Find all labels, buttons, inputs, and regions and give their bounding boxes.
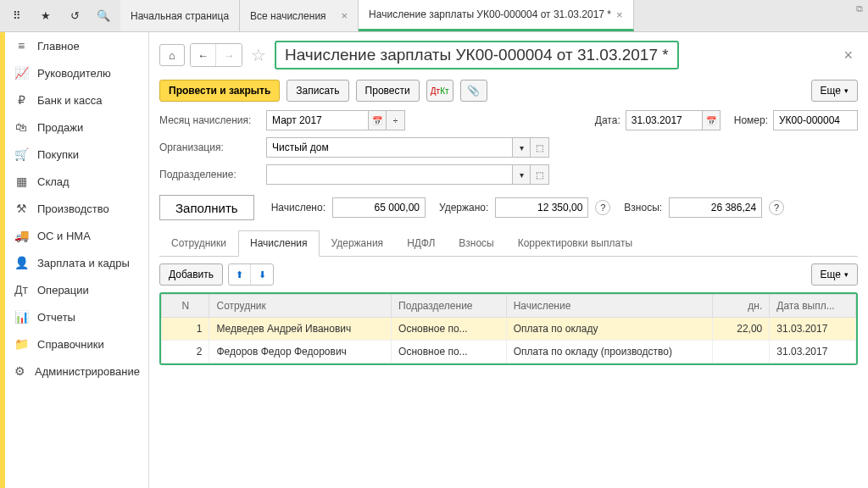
save-button[interactable]: Записать xyxy=(287,80,348,102)
attach-icon[interactable]: 📎 xyxy=(460,80,487,102)
date-label: Дата: xyxy=(595,114,620,126)
contrib-label: Взносы: xyxy=(624,202,662,214)
section-icon: Дт xyxy=(14,282,29,297)
col-days[interactable]: дн. xyxy=(712,295,770,318)
favorite-icon[interactable]: ☆ xyxy=(248,45,270,65)
sidebar-label: Руководителю xyxy=(37,67,111,80)
col-department[interactable]: Подразделение xyxy=(392,295,507,318)
section-icon: ▦ xyxy=(14,174,29,189)
number-input[interactable] xyxy=(773,110,858,130)
apps-icon[interactable]: ⠿ xyxy=(3,3,31,29)
tab-Удержания[interactable]: Удержания xyxy=(320,230,396,256)
dropdown-icon[interactable]: ▾ xyxy=(512,137,531,158)
dep-label: Подразделение: xyxy=(159,169,261,180)
star-icon[interactable]: ★ xyxy=(32,3,59,29)
section-icon: 📁 xyxy=(14,336,29,352)
sidebar-label: Склад xyxy=(37,175,70,188)
sidebar-item[interactable]: 📊Отчеты xyxy=(5,303,148,330)
sidebar-label: Операции xyxy=(37,284,89,297)
section-icon: 📊 xyxy=(14,309,29,324)
search-icon[interactable]: 🔍 xyxy=(90,3,117,29)
col-n[interactable]: N xyxy=(162,295,209,318)
dtkt-icon[interactable]: ДтКт xyxy=(426,80,453,102)
post-and-close-button[interactable]: Провести и закрыть xyxy=(159,80,280,102)
more-button[interactable]: Еще xyxy=(811,263,858,286)
help-icon[interactable]: ? xyxy=(769,200,784,215)
sidebar-item[interactable]: 📈Руководителю xyxy=(5,59,148,86)
org-input[interactable] xyxy=(266,137,512,158)
sidebar-label: Главное xyxy=(37,40,80,53)
section-icon: ⚙ xyxy=(14,363,26,379)
sidebar-label: Отчеты xyxy=(37,311,75,324)
dep-input[interactable] xyxy=(266,164,512,185)
accrued-input[interactable] xyxy=(332,197,426,218)
fill-button[interactable]: Заполнить xyxy=(159,195,254,220)
sidebar-label: Зарплата и кадры xyxy=(37,257,130,269)
sidebar-item[interactable]: ₽Банк и касса xyxy=(5,86,148,114)
tab-Взносы[interactable]: Взносы xyxy=(447,230,505,256)
accrued-label: Начислено: xyxy=(271,202,326,214)
section-icon: ≡ xyxy=(14,38,29,53)
tab-Сотрудники[interactable]: Сотрудники xyxy=(159,230,238,256)
more-button[interactable]: Еще xyxy=(811,80,858,102)
sidebar-label: Покупки xyxy=(37,148,79,161)
sidebar-item[interactable]: ДтОперации xyxy=(5,276,148,303)
move-down-icon[interactable]: ⬇ xyxy=(251,264,273,285)
post-button[interactable]: Провести xyxy=(356,80,420,102)
calendar-icon[interactable]: 📅 xyxy=(702,110,721,130)
sidebar-label: Производство xyxy=(37,202,109,215)
sidebar-item[interactable]: ▦Склад xyxy=(5,168,148,195)
sidebar-item[interactable]: 📁Справочники xyxy=(5,330,148,358)
section-icon: ₽ xyxy=(14,92,29,108)
month-label: Месяц начисления: xyxy=(159,114,261,126)
close-icon[interactable]: × xyxy=(342,9,348,22)
back-button[interactable]: ← xyxy=(191,44,216,66)
table-row[interactable]: 1Медведев Андрей ИвановичОсновное по...О… xyxy=(162,318,856,341)
section-icon: 🛒 xyxy=(14,147,29,162)
stepper-icon[interactable]: ÷ xyxy=(387,110,405,130)
org-label: Организация: xyxy=(159,141,261,153)
window-tab[interactable]: Начальная страница xyxy=(120,0,240,31)
dropdown-icon[interactable]: ▾ xyxy=(512,164,531,185)
sidebar-item[interactable]: 🛍Продажи xyxy=(5,114,148,141)
open-icon[interactable]: ⬚ xyxy=(531,137,549,158)
top-bar: ⠿ ★ ↺ 🔍 Начальная страницаВсе начисления… xyxy=(0,0,868,32)
calendar-icon[interactable]: 📅 xyxy=(368,110,387,130)
date-input[interactable] xyxy=(626,110,702,130)
sidebar-item[interactable]: ≡Главное xyxy=(5,32,148,59)
contrib-input[interactable] xyxy=(669,197,762,218)
main-panel: ⌂ ← → ☆ Начисление зарплаты УК00-000004 … xyxy=(149,32,868,488)
forward-button[interactable]: → xyxy=(216,44,242,66)
sidebar-item[interactable]: 🚚ОС и НМА xyxy=(5,222,148,249)
sidebar-item[interactable]: 🛒Покупки xyxy=(5,141,148,168)
move-up-icon[interactable]: ⬆ xyxy=(229,264,251,285)
col-date[interactable]: Дата выпл... xyxy=(770,295,856,318)
help-icon[interactable]: ? xyxy=(595,200,610,215)
window-tab[interactable]: Начисление зарплаты УК00-000004 от 31.03… xyxy=(359,0,634,31)
withheld-input[interactable] xyxy=(495,197,588,218)
sidebar: ≡Главное📈Руководителю₽Банк и касса🛍Прода… xyxy=(5,32,149,488)
tab-НДФЛ[interactable]: НДФЛ xyxy=(395,230,447,256)
month-input[interactable] xyxy=(266,110,368,130)
window-tab[interactable]: Все начисления× xyxy=(240,0,359,31)
sidebar-item[interactable]: ⚙Администрирование xyxy=(5,358,148,385)
home-button[interactable]: ⌂ xyxy=(159,44,185,66)
close-icon[interactable]: × xyxy=(616,8,623,21)
popout-icon[interactable]: ⧉ xyxy=(856,3,863,14)
sidebar-item[interactable]: ⚒Производство xyxy=(5,195,148,222)
add-button[interactable]: Добавить xyxy=(159,263,223,286)
sidebar-item[interactable]: 👤Зарплата и кадры xyxy=(5,249,148,276)
section-icon: 👤 xyxy=(14,255,29,270)
sidebar-label: Справочники xyxy=(37,338,104,351)
inner-tabs: СотрудникиНачисленияУдержанияНДФЛВзносыК… xyxy=(159,230,858,257)
table-row[interactable]: 2Федоров Федор ФедоровичОсновное по...Оп… xyxy=(162,341,856,363)
history-icon[interactable]: ↺ xyxy=(61,3,88,29)
number-label: Номер: xyxy=(734,114,768,126)
withheld-label: Удержано: xyxy=(439,202,488,214)
col-accrual[interactable]: Начисление xyxy=(506,295,712,318)
col-employee[interactable]: Сотрудник xyxy=(209,295,392,318)
tab-Начисления[interactable]: Начисления xyxy=(238,230,320,257)
open-icon[interactable]: ⬚ xyxy=(531,164,549,185)
close-icon[interactable]: × xyxy=(838,47,858,64)
tab-Корректировки выплаты[interactable]: Корректировки выплаты xyxy=(506,230,644,256)
